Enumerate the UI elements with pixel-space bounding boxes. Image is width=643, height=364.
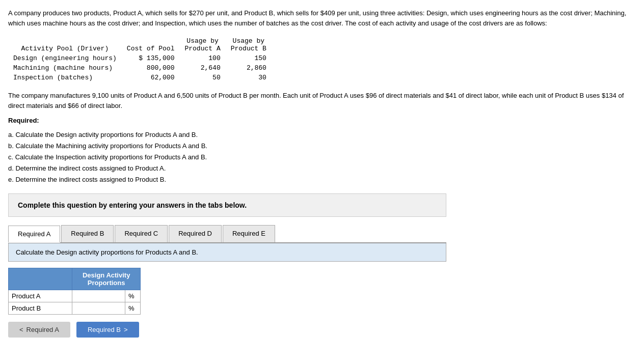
- tabs-row: Required A Required B Required C Require…: [8, 225, 446, 242]
- tab-required-d[interactable]: Required D: [169, 225, 222, 242]
- product-a-label: Product A: [9, 290, 72, 302]
- intro-paragraph: A company produces two products, Product…: [8, 8, 635, 28]
- complete-box: Complete this question by entering your …: [8, 193, 446, 217]
- requirement-e: e. Determine the indirect costs assigned…: [8, 174, 635, 185]
- prev-icon: <: [19, 326, 23, 333]
- prev-button[interactable]: < Required A: [8, 322, 70, 338]
- next-icon: >: [124, 326, 128, 333]
- answer-row-product-a: Product A %: [9, 290, 141, 302]
- tab-required-e[interactable]: Required E: [223, 225, 275, 242]
- col-header-usage-b: Usage byProduct B: [226, 36, 272, 53]
- answer-col-header-empty: [9, 268, 72, 290]
- product-b-percent: %: [125, 302, 141, 315]
- product-a-input-cell[interactable]: [72, 290, 125, 302]
- product-a-percent: %: [125, 290, 141, 302]
- product-b-input-cell[interactable]: [72, 302, 125, 315]
- next-button[interactable]: Required B >: [76, 322, 139, 338]
- answer-table: Design ActivityProportions Product A % P…: [8, 268, 141, 315]
- table-row: Inspection (batches) 62,000 50 30: [8, 73, 272, 82]
- col-header-cost: Cost of Pool: [122, 36, 180, 53]
- tabs-container: Required A Required B Required C Require…: [8, 225, 446, 243]
- answer-row-product-b: Product B %: [9, 302, 141, 315]
- prev-label: Required A: [26, 326, 59, 333]
- tab-content-description: Calculate the Design activity proportion…: [8, 243, 446, 262]
- requirement-d: d. Determine the indirect costs assigned…: [8, 163, 635, 174]
- nav-buttons: < Required A Required B >: [8, 322, 635, 338]
- table-row: Design (engineering hours) $ 135,000 100…: [8, 53, 272, 63]
- paragraph2: The company manufactures 9,100 units of …: [8, 91, 635, 110]
- product-b-input[interactable]: [72, 302, 118, 314]
- product-a-input[interactable]: [72, 290, 118, 302]
- col-header-activity: Activity Pool (Driver): [8, 36, 122, 53]
- requirement-b: b. Calculate the Machining activity prop…: [8, 141, 635, 152]
- required-heading: Required:: [8, 117, 635, 124]
- activity-table: Activity Pool (Driver) Cost of Pool Usag…: [8, 36, 272, 82]
- tab-required-b[interactable]: Required B: [61, 225, 114, 242]
- col-header-usage-a: Usage byProduct A: [179, 36, 225, 53]
- tab-required-a[interactable]: Required A: [8, 226, 60, 243]
- table-row: Machining (machine hours) 800,000 2,640 …: [8, 63, 272, 73]
- answer-col-header-proportions: Design ActivityProportions: [72, 268, 141, 290]
- requirements-list: a. Calculate the Design activity proport…: [8, 129, 635, 185]
- next-label: Required B: [88, 326, 121, 333]
- requirement-c: c. Calculate the Inspection activity pro…: [8, 152, 635, 163]
- product-b-label: Product B: [9, 302, 72, 315]
- requirement-a: a. Calculate the Design activity proport…: [8, 129, 635, 141]
- tab-required-c[interactable]: Required C: [115, 225, 168, 242]
